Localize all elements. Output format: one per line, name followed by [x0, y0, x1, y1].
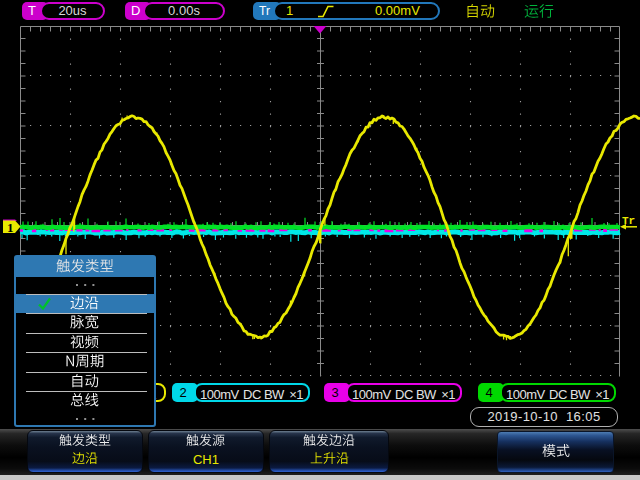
svg-text:1: 1	[7, 220, 14, 235]
